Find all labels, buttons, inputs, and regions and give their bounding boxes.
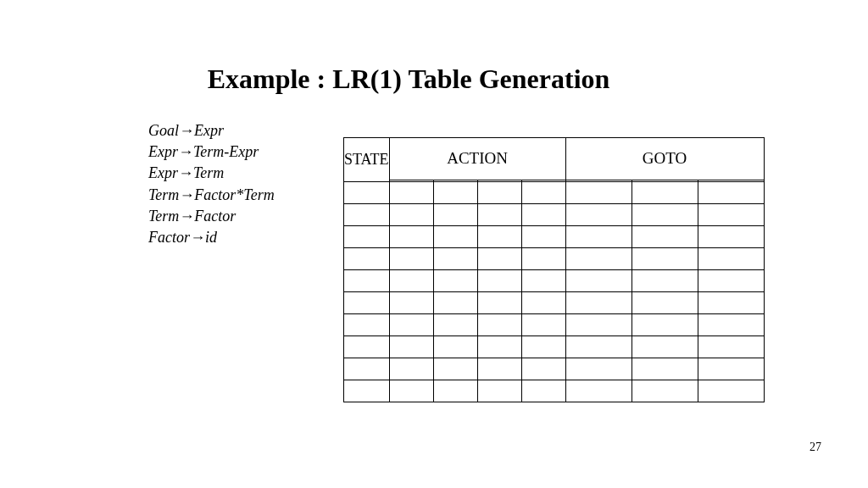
parse-table: STATE ACTION GOTO — [343, 137, 765, 402]
table-cell — [344, 248, 390, 270]
table-cell — [477, 204, 521, 226]
table-cell — [344, 270, 390, 292]
grammar-rule: Factor→id — [148, 227, 335, 248]
table-cell — [565, 380, 632, 402]
table-cell — [477, 182, 521, 204]
table-cell — [433, 336, 477, 358]
table-cell — [389, 314, 433, 336]
table-cell — [521, 292, 565, 314]
table-cell — [565, 314, 632, 336]
table-cell — [565, 358, 632, 380]
table-body — [344, 182, 765, 402]
table-cell — [433, 380, 477, 402]
slide-title: Example : LR(1) Table Generation — [76, 0, 741, 120]
table-cell — [389, 380, 433, 402]
grammar-rule: Goal→Expr — [148, 120, 335, 141]
table-cell — [433, 358, 477, 380]
table-cell — [477, 380, 521, 402]
table-row — [344, 336, 765, 358]
table-cell — [344, 336, 390, 358]
page-number: 27 — [810, 441, 821, 454]
table-cell — [632, 358, 698, 380]
table-row — [344, 314, 765, 336]
table-cell — [344, 204, 390, 226]
table-cell — [433, 204, 477, 226]
table-cell — [433, 270, 477, 292]
table-cell — [632, 226, 698, 248]
table-cell — [698, 336, 764, 358]
table-row — [344, 380, 765, 402]
table-cell — [433, 226, 477, 248]
table-row — [344, 248, 765, 270]
table-cell — [632, 314, 698, 336]
table-cell — [565, 292, 632, 314]
table-cell — [632, 292, 698, 314]
table-cell — [632, 182, 698, 204]
table-cell — [344, 358, 390, 380]
table-cell — [565, 336, 632, 358]
header-state: STATE — [344, 138, 390, 182]
table-cell — [565, 204, 632, 226]
table-cell — [477, 314, 521, 336]
table-cell — [389, 270, 433, 292]
grammar-rule: Expr→Term — [148, 163, 335, 184]
table-cell — [433, 314, 477, 336]
table-cell — [521, 314, 565, 336]
table-cell — [565, 182, 632, 204]
table-cell — [477, 292, 521, 314]
table-row — [344, 270, 765, 292]
table-cell — [632, 336, 698, 358]
table-cell — [433, 248, 477, 270]
table-cell — [389, 292, 433, 314]
grammar-rule: Expr→Term-Expr — [148, 141, 335, 163]
table-row — [344, 358, 765, 380]
table-cell — [477, 336, 521, 358]
header-action: ACTION — [389, 138, 565, 180]
table-cell — [632, 380, 698, 402]
table-cell — [521, 182, 565, 204]
grammar-rule: Term→Factor*Term — [148, 185, 335, 206]
table-cell — [521, 248, 565, 270]
table-cell — [477, 226, 521, 248]
table-cell — [698, 182, 764, 204]
table-row — [344, 182, 765, 204]
table-cell — [344, 182, 390, 204]
table-cell — [632, 270, 698, 292]
table-row — [344, 292, 765, 314]
table-cell — [433, 182, 477, 204]
table-cell — [477, 248, 521, 270]
table-cell — [521, 226, 565, 248]
table-cell — [521, 336, 565, 358]
header-goto: GOTO — [565, 138, 764, 180]
table-cell — [698, 314, 764, 336]
parse-table-container: STATE ACTION GOTO — [343, 137, 765, 402]
table-cell — [698, 248, 764, 270]
table-cell — [477, 270, 521, 292]
grammar-rule: Term→Factor — [148, 206, 335, 227]
table-cell — [389, 336, 433, 358]
table-cell — [698, 358, 764, 380]
table-cell — [632, 248, 698, 270]
table-row — [344, 226, 765, 248]
table-cell — [698, 292, 764, 314]
table-cell — [521, 358, 565, 380]
table-cell — [433, 292, 477, 314]
table-row — [344, 204, 765, 226]
table-cell — [698, 204, 764, 226]
table-cell — [344, 226, 390, 248]
table-cell — [344, 314, 390, 336]
table-cell — [389, 182, 433, 204]
table-cell — [521, 380, 565, 402]
table-cell — [698, 380, 764, 402]
table-cell — [632, 204, 698, 226]
table-cell — [344, 292, 390, 314]
table-cell — [698, 226, 764, 248]
table-cell — [565, 248, 632, 270]
table-cell — [521, 204, 565, 226]
table-cell — [389, 248, 433, 270]
table-cell — [389, 358, 433, 380]
table-cell — [389, 226, 433, 248]
table-header-row: STATE ACTION GOTO — [344, 138, 765, 180]
table-cell — [565, 226, 632, 248]
table-cell — [521, 270, 565, 292]
